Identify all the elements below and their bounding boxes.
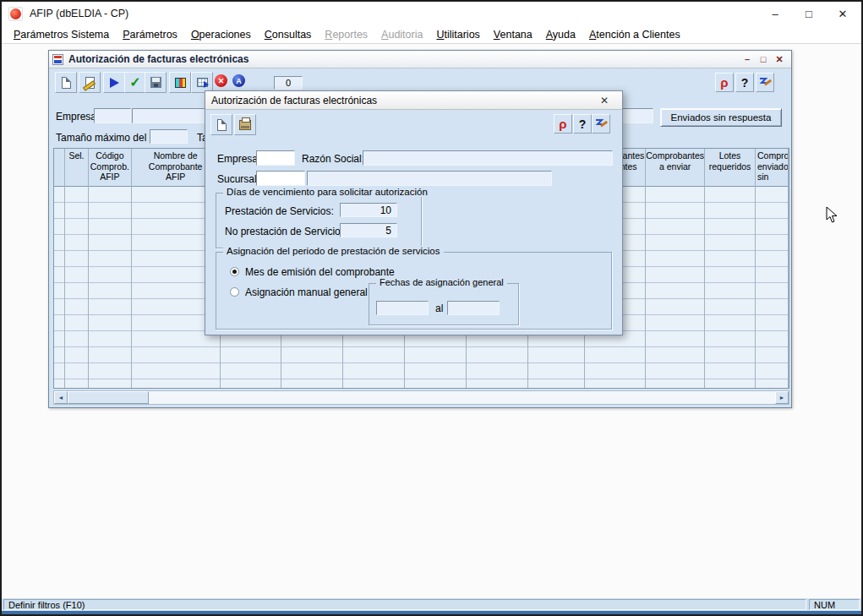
- filter-button[interactable]: ρ: [715, 73, 734, 92]
- dialog-help-button[interactable]: ?: [573, 114, 592, 134]
- menu-auditoria: Auditoria: [374, 27, 429, 42]
- menu-operaciones[interactable]: Operaciones: [184, 27, 258, 42]
- dialog-close-button[interactable]: ✕: [593, 95, 616, 106]
- radio-asignacion-manual-label[interactable]: Asignación manual general: [245, 286, 368, 298]
- edit-properties-button[interactable]: [79, 72, 101, 93]
- menu-utilitarios[interactable]: Utilitarios: [429, 27, 486, 42]
- play-icon: [110, 78, 119, 88]
- confirm-button[interactable]: ✓: [124, 72, 146, 93]
- scrollbar-thumb[interactable]: [68, 391, 149, 404]
- prestacion-value-field[interactable]: 10: [340, 203, 397, 217]
- fecha-desde-field: [376, 301, 429, 315]
- menu-atencion-clientes[interactable]: Atención a Clientes: [582, 27, 687, 42]
- num-lock-indicator: NUM: [809, 599, 860, 610]
- menu-parametros[interactable]: Parámetros: [116, 27, 184, 42]
- dialog-title-bar[interactable]: Autorización de facturas electrónicas ✕: [205, 91, 622, 110]
- mouse-cursor: [826, 206, 838, 227]
- tamano-lote-field[interactable]: [150, 129, 188, 144]
- window-controls: – □ ✕: [758, 2, 860, 25]
- app-icon: [8, 7, 23, 21]
- authorization-status-icon[interactable]: A: [232, 74, 245, 87]
- child-maximize-button[interactable]: □: [757, 54, 769, 65]
- properties-icon: [85, 77, 95, 89]
- counter-field: 0: [274, 76, 303, 90]
- asignacion-group-title: Asignación del periodo de prestación de …: [223, 246, 444, 256]
- execute-button[interactable]: [103, 72, 125, 93]
- razon-social-label: Razón Social:: [302, 153, 364, 165]
- no-prestacion-value-field[interactable]: 5: [340, 223, 397, 237]
- maximize-button[interactable]: □: [792, 2, 826, 25]
- filter-icon: ρ: [720, 76, 728, 89]
- minimize-button[interactable]: –: [758, 2, 792, 25]
- scroll-left-button[interactable]: ◄: [54, 391, 68, 404]
- child-close-button[interactable]: ✕: [773, 54, 785, 65]
- menu-consultas[interactable]: Consultas: [258, 27, 319, 42]
- help-icon: ?: [741, 77, 749, 89]
- dialog-filter-button[interactable]: ρ: [554, 114, 572, 134]
- horizontal-scrollbar[interactable]: ◄ ►: [53, 390, 789, 405]
- title-bar: AFIP (dbELDIA - CP) – □ ✕: [2, 2, 861, 25]
- column-lotes-requeridos: Lotes requeridos: [705, 149, 756, 388]
- child-window-icon: [52, 54, 63, 65]
- razon-social-field: [363, 150, 613, 166]
- radio-mes-emision[interactable]: [230, 267, 239, 276]
- dialog-new-document-button[interactable]: [210, 114, 232, 135]
- scroll-left-icon: ◄: [58, 395, 64, 401]
- column-row-header: [54, 149, 65, 388]
- new-document-button[interactable]: [55, 72, 77, 93]
- dialog-empresa-field[interactable]: [256, 150, 295, 166]
- empresa-label: Empresa:: [56, 111, 99, 123]
- status-bar: Definir filtros (F10) NUM: [2, 598, 861, 611]
- column-comprobantes-a-enviar: Comprobantes a enviar: [646, 149, 705, 388]
- dialog-pencil-zigzag-icon: [594, 117, 608, 131]
- save-button[interactable]: [145, 72, 167, 93]
- cancel-status-icon[interactable]: ✕: [215, 74, 227, 87]
- menu-bar: Parámetros Sistema Parámetros Operacione…: [2, 25, 861, 44]
- check-icon: ✓: [129, 76, 140, 90]
- child-window-title: Autorización de facturas electrónicas: [68, 53, 249, 65]
- close-button[interactable]: ✕: [826, 2, 860, 25]
- fechas-group-title: Fechas de asignación general: [376, 277, 507, 287]
- application-window: AFIP (dbELDIA - CP) – □ ✕ Parámetros Sis…: [0, 0, 863, 616]
- dialog-title: Autorización de facturas electrónicas: [211, 95, 377, 106]
- fecha-hasta-field: [447, 301, 500, 315]
- save-icon: [150, 77, 161, 88]
- autorizacion-dialog: Autorización de facturas electrónicas ✕ …: [205, 90, 623, 335]
- sucursal-field[interactable]: [256, 171, 305, 186]
- dialog-print-button[interactable]: [234, 114, 256, 135]
- help-button[interactable]: ?: [735, 73, 754, 92]
- dialog-edit-pencil-button[interactable]: [592, 114, 610, 134]
- scroll-right-button[interactable]: ►: [775, 391, 789, 404]
- radio-mes-emision-label[interactable]: Mes de emisión del comprobante: [245, 266, 395, 278]
- menu-parametros-sistema[interactable]: Parámetros Sistema: [7, 27, 116, 42]
- menu-ventana[interactable]: Ventana: [487, 27, 539, 42]
- database-button[interactable]: [169, 72, 191, 93]
- dialog-empresa-label: Empresa:: [217, 153, 260, 165]
- menu-ayuda[interactable]: Ayuda: [539, 27, 582, 42]
- column-sel: Sel.: [65, 149, 89, 388]
- scroll-right-icon: ►: [779, 395, 785, 401]
- grid-export-icon: [197, 78, 208, 87]
- column-comprobantes-enviados-sin-respuesta: Comprobantes enviados sin respuesta: [756, 149, 789, 388]
- edit-pencil-button[interactable]: [756, 73, 774, 92]
- new-document-icon: [62, 77, 71, 89]
- sucursal-desc-field: [307, 171, 552, 186]
- no-prestacion-label: No prestación de Servicios:: [225, 226, 348, 237]
- sucursal-label: Sucursal:: [217, 173, 259, 185]
- status-message: Definir filtros (F10): [3, 599, 806, 610]
- child-title-bar[interactable]: Autorización de facturas electrónicas – …: [49, 51, 791, 68]
- window-title: AFIP (dbELDIA - CP): [30, 8, 128, 19]
- enviados-sin-respuesta-button[interactable]: Enviados sin respuesta: [660, 108, 782, 127]
- child-minimize-button[interactable]: –: [741, 54, 753, 65]
- vencimiento-group-title: Días de vencimiento para solicitar autor…: [223, 187, 431, 197]
- column-codigo-comprob-afip: Código Comprob. AFIP: [89, 149, 132, 388]
- radio-asignacion-manual[interactable]: [230, 287, 239, 297]
- dialog-filter-icon: ρ: [559, 117, 566, 130]
- fechas-group: Fechas de asignación general al: [369, 283, 519, 325]
- menu-reportes: Reportes: [318, 27, 374, 42]
- database-icon: [175, 78, 186, 88]
- child-window-controls: – □ ✕: [741, 54, 788, 65]
- al-label: al: [435, 303, 443, 314]
- dialog-new-document-icon: [217, 119, 227, 131]
- dialog-help-icon: ?: [579, 118, 587, 130]
